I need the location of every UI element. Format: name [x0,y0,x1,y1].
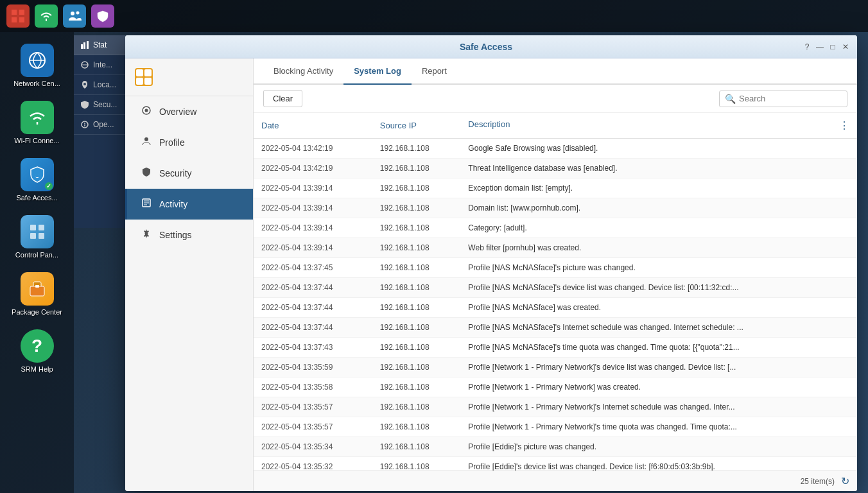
cell-source-ip: 192.168.1.108 [372,198,461,218]
svg-point-22 [83,83,86,85]
tab-blocking-activity[interactable]: Blocking Activity [263,58,343,85]
table-row: 2022-05-04 13:35:32 192.168.1.108 Profil… [254,457,857,471]
search-icon: 🔍 [725,94,736,104]
cell-date: 2022-05-04 13:37:43 [254,338,372,358]
cell-source-ip: 192.168.1.108 [372,338,461,358]
svg-rect-19 [87,41,89,49]
tabs-bar: Blocking Activity System Log Report [254,58,857,85]
nav-sidebar: Overview Profile [125,58,254,491]
desktop: Network Cen... Wi-Fi Conne... ✓ [0,0,868,493]
svg-rect-28 [144,69,152,76]
log-table-container: Date Source IP Description ⋮ [254,113,857,471]
cell-date: 2022-05-04 13:39:14 [254,218,372,238]
item-count: 25 item(s) [801,477,835,486]
svg-rect-12 [30,233,36,239]
window-title: Safe Access [170,42,802,52]
cell-description: Profile [Network 1 - Primary Network]'s … [460,417,857,437]
svg-rect-30 [144,78,152,85]
cell-source-ip: 192.168.1.108 [372,178,461,198]
svg-rect-29 [136,78,143,85]
cell-date: 2022-05-04 13:39:14 [254,178,372,198]
app-icon-safe-access[interactable]: ✓ Safe Acces... [5,153,69,207]
cell-description: Category: [adult]. [460,218,857,238]
cell-source-ip: 192.168.1.108 [372,159,461,178]
nav-header [125,62,253,96]
svg-rect-17 [81,44,83,49]
maximize-button[interactable]: □ [828,42,838,52]
svg-rect-10 [30,225,36,230]
svg-rect-11 [39,225,44,230]
stat-item-loca[interactable]: Loca... [74,75,126,95]
clear-button[interactable]: Clear [263,90,302,107]
cell-description: Profile [Network 1 - Primary Network] wa… [460,377,857,397]
taskbar [0,0,868,32]
cell-description: Domain list: [www.pornhub.com]. [460,198,857,218]
svg-rect-27 [136,69,143,76]
refresh-button[interactable]: ↻ [841,475,849,487]
search-input[interactable] [739,94,842,103]
cell-description: Web filter [pornhub] was created. [460,238,857,258]
svg-rect-2 [12,17,17,22]
cell-date: 2022-05-04 13:35:34 [254,437,372,457]
app-icon-wifi-connect[interactable]: Wi-Fi Conne... [5,96,69,150]
cell-date: 2022-05-04 13:42:19 [254,139,372,159]
cell-date: 2022-05-04 13:37:44 [254,278,372,298]
tab-system-log[interactable]: System Log [343,58,412,85]
col-options-icon[interactable]: ⋮ [839,119,849,132]
taskbar-icon-wifi[interactable] [35,4,58,28]
nav-item-settings[interactable]: Settings [125,220,253,250]
app-sidebar: Network Cen... Wi-Fi Conne... ✓ [0,32,74,493]
title-bar: Safe Access ? — □ ✕ [125,35,857,58]
svg-rect-9 [35,174,39,177]
app-icon-package-center[interactable]: Package Center [5,267,69,321]
col-header-date[interactable]: Date [254,113,372,139]
stat-item-stat[interactable]: Stat [74,35,126,55]
cell-date: 2022-05-04 13:39:14 [254,238,372,258]
app-label-srm-help: SRM Help [21,365,53,373]
cell-description: Profile [NAS McNASface]'s time quota was… [460,338,857,358]
app-label-control-panel: Control Pan... [15,251,58,259]
table-footer: 25 item(s) ↻ [254,471,857,491]
cell-source-ip: 192.168.1.108 [372,298,461,318]
cell-date: 2022-05-04 13:35:32 [254,457,372,471]
col-header-description[interactable]: Description ⋮ [460,113,857,139]
nav-item-security[interactable]: Security [125,158,253,189]
app-icon-srm-help[interactable]: ? SRM Help [5,324,69,378]
cell-source-ip: 192.168.1.108 [372,278,461,298]
cell-source-ip: 192.168.1.108 [372,238,461,258]
search-box: 🔍 [719,91,847,107]
table-row: 2022-05-04 13:35:57 192.168.1.108 Profil… [254,417,857,437]
app-label-wifi-connect: Wi-Fi Conne... [14,137,59,144]
nav-header-icon [135,68,153,89]
col-header-source-ip[interactable]: Source IP [372,113,461,139]
table-row: 2022-05-04 13:39:14 192.168.1.108 Web fi… [254,238,857,258]
svg-point-33 [144,137,148,141]
cell-source-ip: 192.168.1.108 [372,218,461,238]
cell-description: Google Safe Browsing was [disabled]. [460,139,857,159]
taskbar-icon-menu[interactable] [6,4,30,28]
nav-label-profile: Profile [159,137,185,148]
nav-item-overview[interactable]: Overview [125,96,253,127]
cell-source-ip: 192.168.1.108 [372,397,461,417]
stat-sidebar: Stat Inte... Loca... Secu... Ope... [74,35,126,228]
help-button[interactable]: ? [802,42,812,52]
taskbar-icon-shield[interactable] [91,4,114,28]
svg-rect-13 [39,233,44,239]
title-bar-controls: ? — □ ✕ [802,42,851,52]
app-icon-control-panel[interactable]: Control Pan... [5,210,69,264]
app-icon-network-center[interactable]: Network Cen... [5,39,69,92]
taskbar-icon-people[interactable] [63,4,86,28]
stat-item-inte[interactable]: Inte... [74,55,126,75]
cell-date: 2022-05-04 13:37:44 [254,318,372,338]
nav-item-activity[interactable]: Activity [125,189,253,220]
tab-report[interactable]: Report [412,58,457,85]
minimize-button[interactable]: — [815,42,825,52]
stat-item-ope[interactable]: Ope... [74,115,126,135]
cell-date: 2022-05-04 13:39:14 [254,198,372,218]
nav-item-profile[interactable]: Profile [125,127,253,158]
svg-point-4 [71,12,74,15]
close-button[interactable]: ✕ [840,42,851,52]
stat-item-secu[interactable]: Secu... [74,95,126,115]
svg-rect-0 [12,10,17,15]
cell-date: 2022-05-04 13:35:57 [254,417,372,437]
